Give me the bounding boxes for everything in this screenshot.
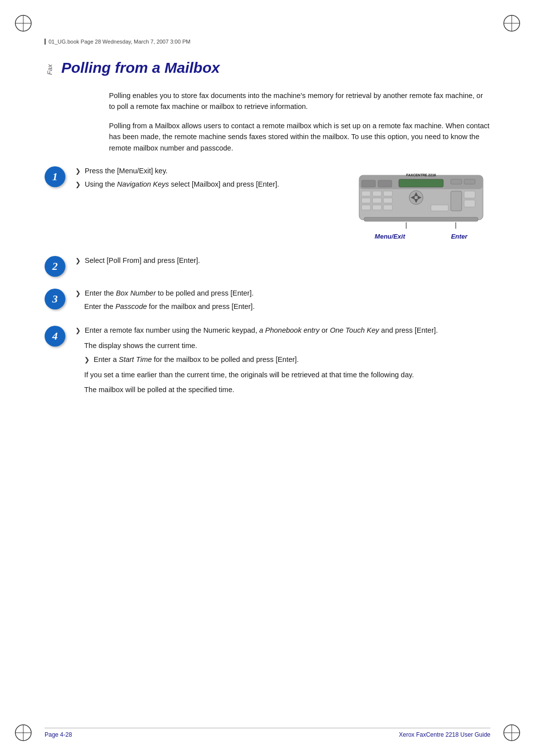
svg-rect-23 [362, 198, 371, 203]
machine-illustration: FAXCENTRE 2218 [354, 165, 488, 230]
bullet-arrow-1: ❯ [75, 167, 81, 175]
svg-rect-34 [451, 191, 462, 211]
step-2-bullet-1: ❯ Select [Poll From] and press [Enter]. [75, 255, 490, 266]
step-1-texts: ❯ Press the [Menu/Exit] key. ❯ Using the… [75, 165, 342, 192]
svg-rect-36 [464, 200, 475, 207]
svg-rect-14 [399, 179, 443, 187]
step-4-bullet-2-row: ❯ Enter a Start Time for the mailbox to … [84, 354, 490, 365]
intro-para2: Polling from a Mailbox allows users to c… [109, 120, 490, 153]
svg-rect-37 [431, 205, 448, 211]
label-menu-exit: Menu/Exit [374, 233, 405, 240]
title-row: Fax Polling from a Mailbox [45, 59, 490, 76]
step-4-bullet-1: ❯ Enter a remote fax number using the Nu… [75, 325, 490, 336]
step-3-circle: 3 [45, 289, 65, 309]
page-title: Polling from a Mailbox [61, 59, 220, 76]
step-3-content: ❯ Enter the Box Number to be polled and … [75, 288, 490, 314]
step-1-content: ❯ Press the [Menu/Exit] key. ❯ Using the… [75, 165, 490, 240]
step-4-circle: 4 [45, 326, 65, 347]
svg-rect-28 [383, 205, 392, 210]
bullet-arrow-2: ❯ [75, 181, 81, 188]
step-2-circle: 2 [45, 256, 65, 277]
step-1-text-2: Using the Navigation Keys select [Mailbo… [85, 179, 279, 190]
bullet-arrow-6: ❯ [84, 356, 90, 363]
svg-rect-22 [383, 191, 392, 196]
label-enter: Enter [451, 233, 467, 240]
step-1-row: 1 ❯ Press the [Menu/Exit] key. ❯ Using t… [45, 165, 490, 240]
page: 01_UG.book Page 28 Wednesday, March 7, 2… [0, 0, 535, 756]
step-3-plain-1: Enter the Passcode for the mailbox and p… [84, 301, 490, 312]
svg-rect-19 [464, 179, 475, 184]
reg-mark-br [502, 723, 521, 742]
svg-rect-18 [451, 179, 462, 184]
step-3-text-1: Enter the Box Number to be polled and pr… [85, 288, 254, 299]
step-3-bullet-1: ❯ Enter the Box Number to be polled and … [75, 288, 490, 299]
svg-rect-26 [362, 205, 371, 210]
step-2-content: ❯ Select [Poll From] and press [Enter]. [75, 255, 490, 268]
svg-rect-25 [383, 198, 392, 203]
footer-right: Xerox FaxCentre 2218 User Guide [399, 731, 490, 738]
fax-label: Fax [46, 64, 54, 75]
svg-rect-20 [362, 191, 371, 196]
step-4-plain-1: The display shows the current time. [84, 340, 490, 351]
bullet-arrow-3: ❯ [75, 257, 81, 264]
step-4-text-1: Enter a remote fax number using the Nume… [85, 325, 438, 336]
step-2-row: 2 ❯ Select [Poll From] and press [Enter]… [45, 255, 490, 277]
bullet-arrow-4: ❯ [75, 290, 81, 297]
step-3-row: 3 ❯ Enter the Box Number to be polled an… [45, 288, 490, 314]
svg-rect-17 [378, 180, 392, 187]
svg-rect-21 [373, 191, 381, 196]
content-area: Fax Polling from a Mailbox Polling enabl… [45, 59, 490, 711]
svg-rect-24 [373, 198, 381, 203]
step-4-text-2: Enter a Start Time for the mailbox to be… [94, 354, 299, 365]
step-1-bullet-1: ❯ Press the [Menu/Exit] key. [75, 165, 342, 176]
step-4-plain-2: If you set a time earlier than the curre… [84, 369, 490, 380]
reg-mark-tl [14, 14, 33, 33]
step-1-bullet-2: ❯ Using the Navigation Keys select [Mail… [75, 179, 342, 190]
machine-labels: Menu/Exit Enter [352, 233, 490, 240]
bullet-arrow-5: ❯ [75, 327, 81, 334]
step-4-plain-3: The mailbox will be polled at the specif… [84, 384, 490, 395]
step-1-text-1: Press the [Menu/Exit] key. [85, 165, 167, 176]
step-2-text-1: Select [Poll From] and press [Enter]. [85, 255, 200, 266]
svg-text:FAXCENTRE 2218: FAXCENTRE 2218 [406, 173, 436, 177]
steps-area: 1 ❯ Press the [Menu/Exit] key. ❯ Using t… [45, 165, 490, 397]
svg-rect-27 [373, 205, 381, 210]
step-1-circle: 1 [45, 166, 65, 187]
footer: Page 4-28 Xerox FaxCentre 2218 User Guid… [45, 728, 490, 738]
reg-mark-tr [502, 14, 521, 33]
step-4-content: ❯ Enter a remote fax number using the Nu… [75, 325, 490, 397]
footer-left: Page 4-28 [45, 731, 72, 738]
svg-rect-16 [362, 180, 375, 187]
intro-para1: Polling enables you to store fax documen… [109, 90, 490, 112]
svg-rect-35 [464, 191, 475, 198]
svg-rect-38 [364, 217, 478, 221]
top-meta: 01_UG.book Page 28 Wednesday, March 7, 2… [45, 39, 190, 45]
reg-mark-bl [14, 723, 33, 742]
step-1-inner: ❯ Press the [Menu/Exit] key. ❯ Using the… [75, 165, 490, 240]
machine-image-area: FAXCENTRE 2218 [352, 165, 490, 240]
step-4-row: 4 ❯ Enter a remote fax number using the … [45, 325, 490, 397]
